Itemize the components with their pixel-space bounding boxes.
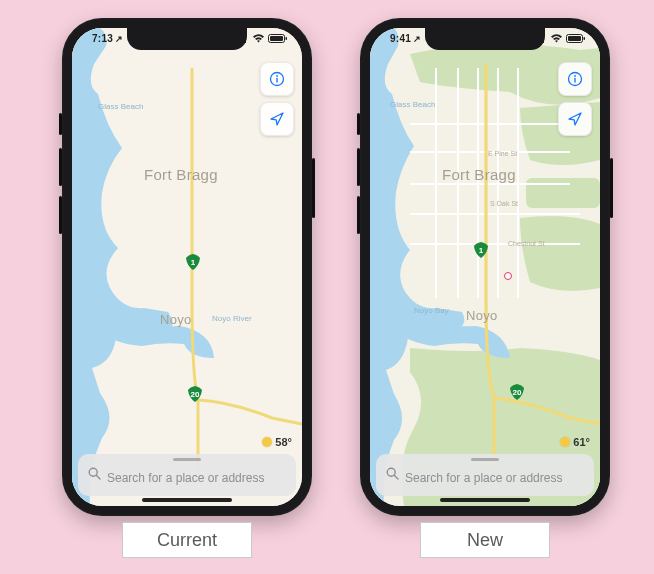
search-placeholder: Search for a place or address [107,471,264,485]
label-glass-beach: Glass Beach [98,102,143,111]
svg-rect-18 [568,36,581,41]
weather-temp: 58° [275,436,292,448]
caption-new: New [420,522,550,558]
notch [425,28,545,50]
home-indicator[interactable] [142,498,232,502]
sun-icon [262,437,272,447]
svg-point-33 [574,75,576,77]
location-arrow-icon [567,111,583,127]
label-noyo-bay: Noyo Bay [414,306,449,315]
status-time: 7:13↗ [92,33,124,44]
locate-button[interactable] [558,102,592,136]
search-icon [386,466,399,484]
notch [127,28,247,50]
svg-rect-5 [270,36,283,41]
svg-rect-19 [584,37,586,40]
route-shield-20: 20 [510,384,524,400]
info-icon [567,71,583,87]
svg-rect-34 [574,78,575,83]
label-oak-st: S Oak St [490,200,518,207]
grabber-handle[interactable] [471,458,499,461]
location-services-icon: ↗ [413,34,421,44]
label-fort-bragg: Fort Bragg [442,166,516,183]
label-chestnut-st: Chestnut St [508,240,545,247]
svg-rect-21 [526,178,600,208]
label-noyo: Noyo [160,312,192,327]
label-noyo-river: Noyo River [212,314,252,323]
search-icon [88,466,101,484]
phone-current: 7:13↗ [62,18,312,516]
route-shield-1: 1 [186,254,200,270]
screen-current: 7:13↗ [72,28,302,506]
label-fort-bragg: Fort Bragg [144,166,218,183]
poi-marker[interactable] [504,272,512,280]
label-pine-st: E Pine St [488,150,517,157]
info-button[interactable] [260,62,294,96]
weather-temp: 61° [573,436,590,448]
home-indicator[interactable] [440,498,530,502]
label-glass-beach: Glass Beach [390,100,435,109]
route-shield-1: 1 [474,242,488,258]
location-arrow-icon [269,111,285,127]
search-placeholder: Search for a place or address [405,471,562,485]
wifi-icon [550,34,563,43]
info-icon [269,71,285,87]
svg-point-9 [276,75,278,77]
battery-icon [566,34,586,43]
status-time: 9:41↗ [390,33,422,44]
info-button[interactable] [558,62,592,96]
svg-line-36 [394,475,398,479]
grabber-handle[interactable] [173,458,201,461]
search-bar[interactable]: Search for a place or address [78,454,296,496]
screen-new: 9:41↗ [370,28,600,506]
caption-current: Current [122,522,252,558]
search-bar[interactable]: Search for a place or address [376,454,594,496]
svg-rect-6 [286,37,288,40]
weather-badge: 58° [262,436,292,448]
location-services-icon: ↗ [115,34,123,44]
locate-button[interactable] [260,102,294,136]
battery-icon [268,34,288,43]
sun-icon [560,437,570,447]
label-noyo: Noyo [466,308,498,323]
weather-badge: 61° [560,436,590,448]
route-shield-20: 20 [188,386,202,402]
svg-line-12 [96,475,100,479]
svg-rect-10 [276,78,277,83]
phone-new: 9:41↗ [360,18,610,516]
wifi-icon [252,34,265,43]
